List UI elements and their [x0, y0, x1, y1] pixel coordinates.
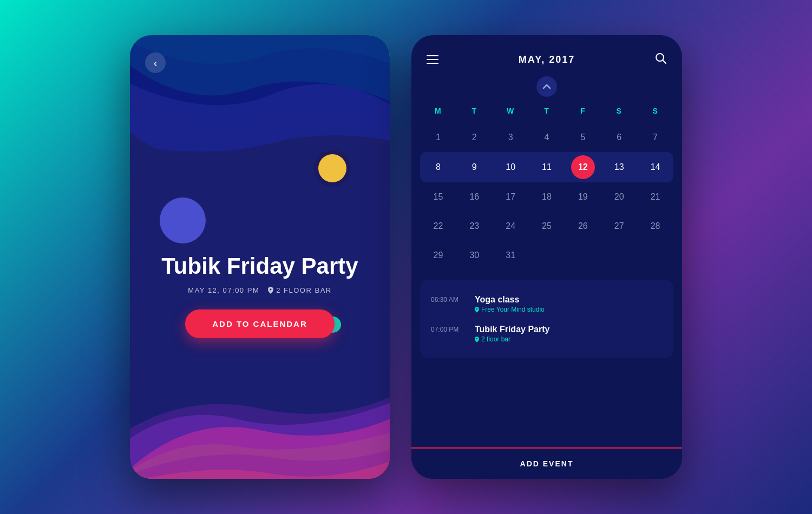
add-to-calendar-button[interactable]: ADD TO CALENDAR — [185, 309, 335, 338]
up-circle[interactable] — [536, 76, 557, 97]
calendar-week-3: 15 16 17 18 19 20 21 — [420, 182, 673, 212]
day-21[interactable]: 21 — [637, 182, 673, 212]
svg-line-2 — [663, 60, 666, 63]
event-content: Tubik Friday Party MAY 12, 07:00 PM 2 FL… — [130, 254, 390, 338]
day-20[interactable]: 20 — [601, 182, 637, 212]
day-header-w: W — [493, 103, 529, 118]
day-28[interactable]: 28 — [637, 212, 673, 241]
calendar-prev-btn[interactable] — [411, 72, 682, 99]
chevron-up-icon — [542, 84, 551, 89]
location-icon — [268, 287, 273, 294]
day-empty-3 — [601, 241, 637, 270]
menu-line-3 — [427, 63, 438, 64]
month-title: MAY, 2017 — [519, 54, 575, 65]
day-header-s2: S — [637, 103, 673, 118]
event-name-yoga: Yoga class — [475, 295, 545, 305]
day-2[interactable]: 2 — [456, 123, 493, 152]
event-item-party[interactable]: 07:00 PM Tubik Friday Party 2 floor bar — [431, 319, 663, 348]
event-meta: MAY 12, 07:00 PM 2 FLOOR BAR — [152, 286, 368, 294]
event-details-yoga: Yoga class Free Your Mind studio — [475, 295, 545, 313]
day-empty-1 — [529, 241, 565, 270]
day-29[interactable]: 29 — [420, 241, 456, 270]
event-title: Tubik Friday Party — [152, 254, 368, 279]
calendar-week-1: 1 2 3 4 5 6 7 — [420, 123, 673, 152]
day-empty-4 — [637, 241, 673, 270]
day-5[interactable]: 5 — [565, 123, 601, 152]
decorative-circle-blue — [160, 197, 206, 243]
event-location-yoga: Free Your Mind studio — [475, 306, 545, 313]
day-16[interactable]: 16 — [456, 182, 493, 212]
day-empty-2 — [565, 241, 601, 270]
event-time-party: 07:00 PM — [431, 325, 466, 333]
event-location: 2 FLOOR BAR — [268, 286, 331, 294]
day-19[interactable]: 19 — [565, 182, 601, 212]
events-section: 06:30 AM Yoga class Free Your Mind studi… — [420, 280, 673, 358]
event-time-yoga: 06:30 AM — [431, 295, 466, 304]
location-icon-party — [475, 337, 479, 342]
day-9[interactable]: 9 — [456, 152, 493, 182]
menu-line-2 — [427, 59, 438, 60]
day-11[interactable]: 11 — [529, 152, 565, 182]
calendar-header: MAY, 2017 — [411, 35, 682, 72]
event-details-party: Tubik Friday Party 2 floor bar — [475, 325, 549, 343]
decorative-circle-yellow — [318, 154, 346, 182]
day-header-t2: T — [529, 103, 565, 118]
event-item-yoga[interactable]: 06:30 AM Yoga class Free Your Mind studi… — [431, 289, 663, 319]
day-24[interactable]: 24 — [493, 212, 529, 241]
location-text: 2 FLOOR BAR — [276, 286, 331, 294]
day-31[interactable]: 31 — [493, 241, 529, 270]
day-15[interactable]: 15 — [420, 182, 456, 212]
day-header-s1: S — [601, 103, 637, 118]
event-date: MAY 12, 07:00 PM — [188, 286, 259, 294]
calendar-grid: M T W T F S S 1 2 3 4 5 6 7 8 9 10 11 12 — [411, 99, 682, 270]
location-icon-yoga — [475, 307, 479, 313]
day-26[interactable]: 26 — [565, 212, 601, 241]
day-12-today[interactable]: 12 — [565, 152, 601, 182]
day-14[interactable]: 14 — [637, 152, 673, 182]
day-17[interactable]: 17 — [493, 182, 529, 212]
calendar-week-2: 8 9 10 11 12 13 14 — [420, 152, 673, 182]
hamburger-menu[interactable] — [427, 55, 438, 64]
day-6[interactable]: 6 — [601, 123, 637, 152]
day-18[interactable]: 18 — [529, 182, 565, 212]
day-header-t1: T — [456, 103, 493, 118]
search-button[interactable] — [655, 52, 667, 67]
day-7[interactable]: 7 — [637, 123, 673, 152]
day-13[interactable]: 13 — [601, 152, 637, 182]
day-25[interactable]: 25 — [529, 212, 565, 241]
back-button[interactable]: ‹ — [145, 52, 166, 73]
day-10[interactable]: 10 — [493, 152, 529, 182]
calendar-week-5: 29 30 31 — [420, 241, 673, 270]
day-3[interactable]: 3 — [493, 123, 529, 152]
right-phone: MAY, 2017 M T W T F S S 1 — [411, 35, 682, 479]
event-name-party: Tubik Friday Party — [475, 325, 549, 334]
day-22[interactable]: 22 — [420, 212, 456, 241]
day-header-m: M — [420, 103, 456, 118]
day-27[interactable]: 27 — [601, 212, 637, 241]
add-event-button[interactable]: ADD EVENT — [411, 447, 682, 479]
menu-line-1 — [427, 55, 438, 56]
day-headers: M T W T F S S — [420, 103, 673, 118]
day-8[interactable]: 8 — [420, 152, 456, 182]
search-icon — [655, 52, 667, 64]
day-23[interactable]: 23 — [456, 212, 493, 241]
day-1[interactable]: 1 — [420, 123, 456, 152]
day-4[interactable]: 4 — [529, 123, 565, 152]
left-phone: ‹ Tubik Friday Party MAY 12, 07:00 PM 2 … — [130, 35, 390, 479]
day-header-f: F — [565, 103, 601, 118]
day-30[interactable]: 30 — [456, 241, 493, 270]
calendar-week-4: 22 23 24 25 26 27 28 — [420, 212, 673, 241]
event-location-party: 2 floor bar — [475, 335, 549, 343]
